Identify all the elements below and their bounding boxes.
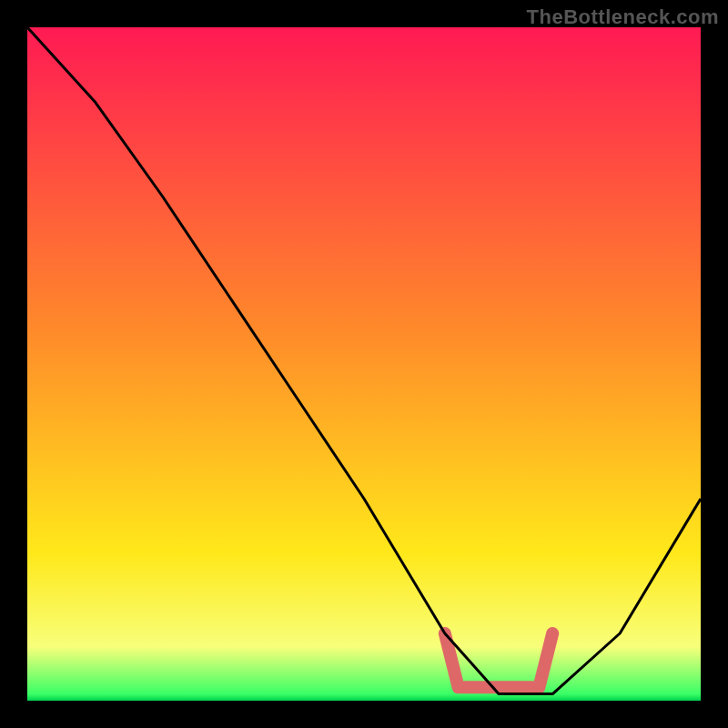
chart-container: TheBottleneck.com (0, 0, 728, 728)
chart-svg (27, 27, 701, 701)
plot-area (27, 27, 701, 701)
watermark-label: TheBottleneck.com (527, 5, 719, 29)
gradient-background (27, 27, 701, 701)
